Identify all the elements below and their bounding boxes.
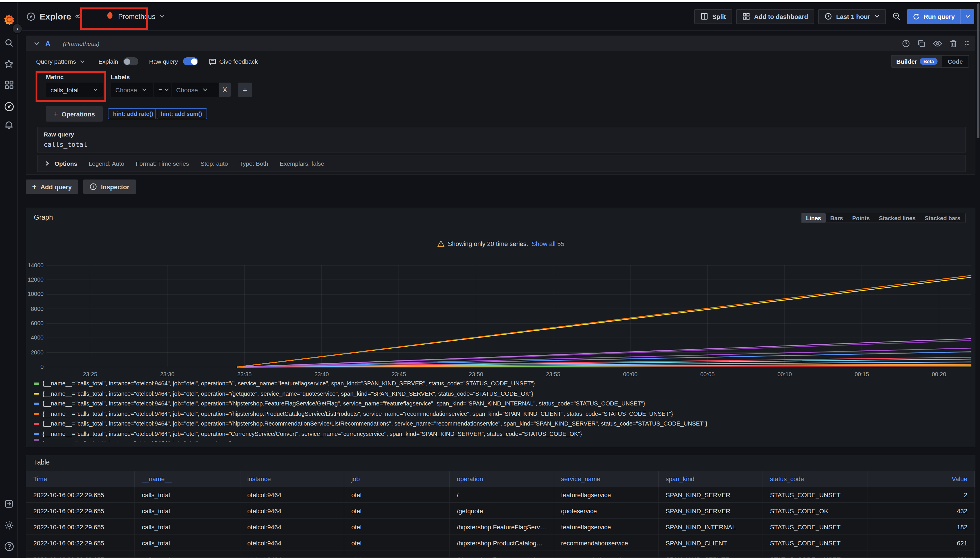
add-to-dashboard-button[interactable]: Add to dashboard	[736, 9, 814, 24]
split-button[interactable]: Split	[694, 9, 732, 24]
search-icon[interactable]	[0, 38, 18, 48]
give-feedback-link[interactable]: Give feedback	[209, 57, 258, 65]
table-row: 2022-10-16 00:22:29.655calls_totalotelco…	[26, 519, 975, 535]
add-label-filter-button[interactable]: +	[238, 82, 252, 97]
graph-mode-points[interactable]: Points	[848, 213, 875, 223]
table-cell: featureflagservice	[554, 487, 659, 502]
datasource-picker[interactable]: Prometheus	[101, 7, 169, 25]
time-range-picker[interactable]: Last 1 hour	[819, 9, 886, 24]
hint-add-sum-button[interactable]: hint: add sum()	[156, 108, 207, 119]
legend-color-chip	[34, 382, 39, 384]
table-cell: STATUS_CODE_UNSET	[763, 535, 868, 551]
table-cell: otelcol:9464	[240, 551, 345, 558]
legend-item[interactable]: {__name__="calls_total", instance="otelc…	[34, 399, 970, 409]
legend-item[interactable]: {__name__="calls_total", instance="otelc…	[34, 389, 970, 399]
inspector-button[interactable]: Inspector	[83, 179, 136, 194]
help-icon[interactable]	[0, 541, 18, 552]
query-patterns-dropdown[interactable]: Query patterns	[34, 58, 87, 65]
legend-item[interactable]: {__name__="calls_total", instance="otelc…	[34, 419, 970, 429]
table-cell: 2022-10-16 00:22:29.655	[26, 519, 135, 535]
query-datasource-hint: (Prometheus)	[63, 40, 99, 47]
metric-value: calls_total	[51, 86, 79, 93]
column-header-time[interactable]: Time	[26, 471, 135, 487]
label-key-select[interactable]: Choose	[111, 82, 153, 97]
run-query-button[interactable]: Run query	[907, 9, 974, 24]
builder-label: Builder	[896, 58, 917, 65]
table-cell: 182	[868, 519, 975, 535]
table-cell: 2022-10-16 00:22:29.655	[26, 551, 135, 558]
series-line	[237, 276, 972, 367]
y-tick-label: 14000	[26, 262, 44, 268]
legend-item[interactable]: {__name__="calls_total", instance="otelc…	[34, 429, 970, 439]
duplicate-query-icon[interactable]	[918, 39, 926, 48]
option-format: Format: Time series	[136, 160, 189, 167]
settings-gear-icon[interactable]	[0, 520, 18, 531]
hide-response-eye-icon[interactable]	[933, 40, 942, 47]
column-header-servicename[interactable]: service_name	[554, 471, 659, 487]
operations-button[interactable]: + Operations	[46, 106, 103, 121]
table-cell: quoteservice	[554, 503, 659, 519]
query-row-actions	[902, 39, 969, 48]
column-header-job[interactable]: job	[345, 471, 450, 487]
alerting-bell-icon[interactable]	[0, 119, 18, 130]
share-icon[interactable]	[75, 13, 82, 20]
explain-toggle[interactable]	[123, 57, 138, 66]
remove-query-trash-icon[interactable]	[950, 39, 957, 48]
query-row-header[interactable]: A (Prometheus)	[26, 36, 975, 51]
table-row: 2022-10-16 00:22:29.655calls_totalotelco…	[26, 487, 975, 503]
legend-item[interactable]: {__name__="calls_total", instance="otelc…	[34, 379, 970, 389]
table-cell: /hipstershop.RecommendationService/ListR…	[450, 551, 554, 558]
table-cell: calls_total	[135, 503, 241, 519]
graph-mode-lines[interactable]: Lines	[802, 213, 825, 223]
vertical-scrollbar-thumb[interactable]	[977, 3, 980, 138]
builder-mode-button[interactable]: Builder Beta	[892, 56, 942, 67]
table-cell: calls_total	[135, 487, 241, 502]
star-icon[interactable]	[0, 59, 18, 69]
hint-add-rate-button[interactable]: hint: add rate()	[108, 108, 158, 119]
table-cell: /	[450, 487, 554, 502]
zoom-out-time-icon[interactable]	[890, 9, 903, 24]
table-cell: recommendationservice	[554, 535, 659, 551]
query-help-icon[interactable]	[902, 39, 910, 48]
remove-label-filter-button[interactable]: X	[219, 82, 231, 97]
column-header-name[interactable]: __name__	[135, 471, 241, 487]
column-header-operation[interactable]: operation	[450, 471, 554, 487]
code-mode-button[interactable]: Code	[942, 58, 969, 65]
sign-in-icon[interactable]	[0, 498, 18, 509]
graph-mode-bars[interactable]: Bars	[825, 213, 848, 223]
y-tick-label: 12000	[26, 276, 44, 283]
legend-item[interactable]: {__name__="calls_total", instance="otelc…	[34, 409, 970, 419]
label-operator-select[interactable]: =	[154, 82, 171, 97]
column-header-spankind[interactable]: span_kind	[659, 471, 763, 487]
drag-handle-icon[interactable]	[965, 40, 969, 47]
column-header-statuscode[interactable]: status_code	[763, 471, 868, 487]
table-cell: 2022-10-16 00:22:29.655	[26, 487, 135, 502]
option-legend: Legend: Auto	[89, 160, 124, 167]
label-value-select[interactable]: Choose	[171, 82, 219, 97]
explore-compass-icon[interactable]	[0, 101, 18, 112]
metric-select[interactable]: calls_total	[46, 82, 103, 97]
dashboards-icon[interactable]	[0, 80, 18, 90]
collapse-query-chevron-icon[interactable]	[34, 41, 39, 46]
add-query-button[interactable]: + Add query	[26, 179, 78, 194]
legend-item[interactable]: {__name__="calls_total", instance="otelc…	[34, 439, 970, 441]
run-query-main[interactable]: Run query	[907, 9, 960, 24]
query-editor-section: A (Prometheus) Query patterns Explain	[26, 36, 975, 175]
column-header-instance[interactable]: instance	[240, 471, 345, 487]
timeseries-chart[interactable]	[46, 261, 972, 376]
query-patterns-label: Query patterns	[36, 58, 76, 65]
graph-mode-switcher: LinesBarsPointsStacked linesStacked bars	[801, 213, 966, 223]
run-query-caret[interactable]	[960, 9, 974, 24]
graph-mode-stacked-bars[interactable]: Stacked bars	[920, 213, 965, 223]
legend-label: {__name__="calls_total", instance="otelc…	[43, 410, 673, 417]
table-header-row: Time__name__instancejoboperationservice_…	[26, 471, 975, 487]
graph-mode-stacked-lines[interactable]: Stacked lines	[875, 213, 920, 223]
column-header-value[interactable]: Value	[868, 471, 975, 487]
add-to-dashboard-label: Add to dashboard	[754, 13, 808, 20]
explore-actions: + Add query Inspector	[26, 179, 136, 194]
raw-query-toggle[interactable]	[183, 57, 198, 66]
explain-label: Explain	[99, 58, 118, 65]
expand-sidebar-button[interactable]: ›	[12, 23, 22, 34]
query-options-row[interactable]: Options Legend: Auto Format: Time series…	[37, 155, 966, 172]
show-all-series-link[interactable]: Show all 55	[531, 240, 564, 247]
